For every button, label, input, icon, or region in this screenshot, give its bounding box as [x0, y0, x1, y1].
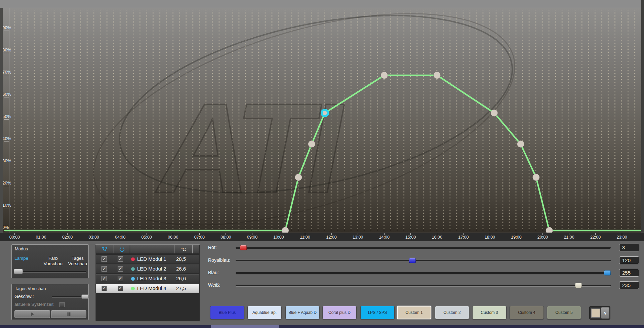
- y-tick-mark: [4, 164, 9, 164]
- y-tick-mark: [4, 186, 9, 186]
- modus-slider-track[interactable]: [14, 271, 86, 272]
- channel-slider-handle[interactable]: [575, 283, 582, 288]
- curve-point[interactable]: [517, 140, 524, 148]
- preset-button[interactable]: Custom 3: [472, 306, 507, 319]
- speed-slider-handle[interactable]: [81, 294, 89, 299]
- brightness-curve-svg: ATI: [0, 0, 644, 241]
- power-icon: [119, 246, 125, 252]
- preset-button[interactable]: LPS / SPS: [360, 306, 395, 319]
- custom-color-picker[interactable]: ∨: [589, 306, 610, 320]
- y-tick-label: 90%: [2, 25, 11, 30]
- modus-panel-title: Modus: [15, 246, 28, 251]
- channel-slider-track[interactable]: [236, 272, 611, 274]
- y-tick-label: 50%: [2, 114, 11, 119]
- curve-point[interactable]: [434, 72, 441, 79]
- module-checkbox-preview[interactable]: ✓: [102, 266, 107, 272]
- window-bottom-strip: [0, 325, 644, 328]
- channel-slider-handle[interactable]: [604, 270, 611, 276]
- x-tick-label: 15:00: [402, 235, 419, 240]
- chevron-down-icon[interactable]: ∨: [601, 307, 609, 319]
- x-tick-label: 16:00: [428, 235, 446, 240]
- curve-point[interactable]: [491, 110, 498, 117]
- module-checkbox-power[interactable]: ✓: [118, 276, 123, 281]
- x-tick-label: 23:00: [613, 235, 631, 240]
- watermark-text: ATI: [154, 77, 345, 219]
- led-module-row[interactable]: ✓✓LED Modul 427,5: [96, 284, 199, 293]
- x-tick-label: 10:00: [270, 235, 287, 240]
- module-checkbox-power[interactable]: ✓: [118, 286, 123, 291]
- preset-button[interactable]: Aquablue Sp.: [247, 306, 282, 319]
- x-tick-label: 07:00: [191, 235, 208, 240]
- led-module-row[interactable]: ✓✓LED Modul 226,6: [96, 264, 199, 273]
- preset-button[interactable]: Custom 5: [547, 306, 581, 319]
- y-tick-label: 70%: [2, 70, 11, 75]
- pause-button[interactable]: [51, 310, 86, 318]
- speed-label: Geschw.:: [14, 294, 34, 299]
- channel-row: Rot:3: [205, 243, 642, 252]
- curve-point[interactable]: [295, 174, 302, 181]
- module-name: LED Modul 1: [137, 256, 166, 262]
- preset-button[interactable]: Blue + Aquab D: [285, 306, 320, 319]
- modus-option-lampe[interactable]: Lampe: [14, 256, 35, 261]
- preset-button[interactable]: Blue Plus: [210, 306, 244, 319]
- module-checkbox-power[interactable]: ✓: [118, 266, 123, 272]
- led-module-row[interactable]: ✓✓LED Modul 128,5: [96, 255, 199, 263]
- play-button[interactable]: [14, 310, 50, 318]
- temp-unit-label: °C: [181, 247, 186, 252]
- y-tick-mark: [4, 53, 9, 53]
- module-checkbox-preview[interactable]: ✓: [102, 286, 107, 291]
- preset-button[interactable]: Custom 1: [397, 306, 431, 319]
- channel-slider-track[interactable]: [236, 247, 611, 249]
- ati-watermark: ATI: [70, 0, 539, 241]
- channel-value-box[interactable]: 235: [619, 281, 639, 289]
- x-tick-label: 21:00: [560, 235, 578, 240]
- led-module-table-header: °C: [96, 245, 199, 253]
- window-right-edge: [641, 0, 644, 241]
- x-tick-label: 03:00: [85, 235, 103, 240]
- channel-slider-track[interactable]: [236, 260, 611, 261]
- channel-slider-handle[interactable]: [240, 245, 247, 250]
- header-cell-power[interactable]: [114, 245, 130, 253]
- modus-option-farb-vorschau[interactable]: Farb Vorschau: [40, 256, 66, 266]
- curve-point[interactable]: [308, 140, 315, 148]
- tages-vorschau-panel: Tages Vorschau Geschw.: aktuelle Systemz…: [11, 284, 89, 320]
- led-module-row[interactable]: ✓✓LED Modul 326,6: [96, 274, 199, 283]
- play-icon: [30, 312, 35, 317]
- channel-value-box[interactable]: 120: [619, 256, 639, 264]
- pause-icon: [67, 312, 71, 317]
- link-nodes-icon: [102, 246, 108, 252]
- module-checkbox-power[interactable]: ✓: [118, 256, 123, 262]
- module-checkbox-preview[interactable]: ✓: [102, 276, 107, 281]
- channel-slider-track[interactable]: [236, 285, 611, 286]
- module-checkbox-preview[interactable]: ✓: [102, 256, 107, 262]
- module-color-dot: [131, 287, 135, 290]
- modus-option-tages-vorschau[interactable]: Tages Vorschau: [68, 256, 88, 266]
- x-tick-label: 13:00: [349, 235, 367, 240]
- header-cell-preview[interactable]: [96, 245, 114, 253]
- module-name: LED Modul 3: [137, 276, 166, 281]
- preset-button[interactable]: Custom 4: [510, 306, 544, 319]
- channel-slider-handle[interactable]: [409, 258, 416, 263]
- preset-button[interactable]: Coral plus D: [322, 306, 357, 319]
- y-tick-label: 10%: [2, 203, 11, 208]
- x-tick-label: 02:00: [59, 235, 76, 240]
- channel-label: Weiß:: [208, 282, 220, 288]
- x-tick-label: 08:00: [217, 235, 235, 240]
- y-tick-label: 60%: [2, 92, 11, 97]
- x-tick-label: 20:00: [534, 235, 552, 240]
- channel-value-box[interactable]: 255: [619, 269, 639, 277]
- preset-button[interactable]: Custom 2: [435, 306, 469, 319]
- color-swatch[interactable]: [591, 309, 600, 318]
- curve-point[interactable]: [381, 72, 388, 79]
- bottom-strip-accent: [211, 325, 279, 328]
- curve-point[interactable]: [532, 174, 539, 181]
- x-tick-label: 12:00: [323, 235, 340, 240]
- channel-value-box[interactable]: 3: [619, 244, 639, 251]
- channel-label: Blau:: [208, 270, 219, 275]
- curve-point-selected-center[interactable]: [323, 111, 327, 115]
- system-time-checkbox[interactable]: [59, 302, 65, 307]
- module-name: LED Modul 4: [137, 285, 166, 291]
- module-temperature: 26,6: [176, 266, 186, 272]
- y-tick-mark: [4, 119, 9, 120]
- modus-slider-handle[interactable]: [14, 269, 23, 274]
